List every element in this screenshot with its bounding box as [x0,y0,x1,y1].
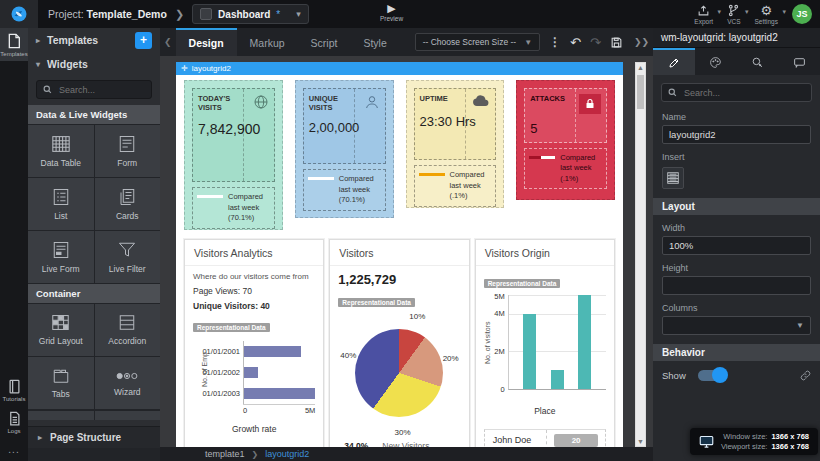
editor-center: ❮ Design Markup Script Style -- Choose S… [160,28,653,461]
columns-select[interactable]: ▼ [662,316,811,335]
user-icon [364,94,380,110]
panel-visitors-analytics[interactable]: Visitors Analytics Where do our visitors… [184,239,324,447]
current-page-name: Dashboard [218,9,270,20]
tab-style[interactable]: Style [350,28,399,56]
widget-tile-list[interactable]: List [28,178,94,230]
chevron-down-icon: ▾ [782,8,786,16]
widget-tile-grid-layout[interactable]: Grid Layout [28,304,94,356]
screen-size-dropdown[interactable]: -- Choose Screen Size -- ▼ [415,33,540,51]
rail-item-logs[interactable]: Logs [0,406,28,438]
widget-tile-partial[interactable] [28,411,94,420]
templates-page-icon [7,33,21,49]
pencil-icon [668,57,680,69]
settings-button[interactable]: ⚙ Settings ▾ [755,4,779,25]
tab-styles[interactable] [695,48,737,75]
tab-inspect[interactable] [737,48,779,75]
selected-widget-label: layoutgrid2 [192,64,231,73]
chevron-down-icon: ▾ [718,8,722,16]
breadcrumb: template1 ❯ layoutgrid2 [160,447,653,461]
collapse-right-icon[interactable]: ❯❯ [632,37,649,47]
bind-link-icon[interactable] [800,370,811,381]
origin-table-row[interactable]: John Doe 20 [484,429,606,447]
play-icon: ▶ [387,2,395,14]
widget-tile-tabs[interactable]: Tabs [28,357,94,409]
breadcrumb-widget[interactable]: layoutgrid2 [265,449,309,459]
scroll-down-icon[interactable]: ▼ [636,438,645,445]
breadcrumb-page[interactable]: template1 [205,449,245,459]
grid-layout-icon [51,314,70,331]
filter-funnel-icon [118,241,136,259]
show-property-row: Show [653,361,820,390]
scroll-up-icon[interactable]: ▲ [636,64,645,71]
widget-tiles-cut-row: ■■■■ [28,410,160,420]
unsaved-indicator: * [276,9,280,20]
stat-card-todays-visits[interactable]: TODAY'S VISITS 7,842,900 Compared last w… [184,80,283,230]
widget-tile-live-form[interactable]: Live Form [28,231,94,283]
scrollbar-thumb[interactable] [637,75,644,109]
property-search-input[interactable] [682,87,805,99]
widget-tile-cards[interactable]: Cards [95,178,161,230]
stat-card-uptime[interactable]: UPTIME 23:30 Hrs Compared last week (.1%… [406,80,505,208]
stat-card-attacks[interactable]: ATTACKS 5 Compared last week (.1%) [516,80,615,200]
canvas-scrollbar[interactable]: ▲ ▼ [635,62,646,447]
tab-properties[interactable] [653,48,695,75]
tab-markup[interactable]: Markup [237,28,298,56]
width-field[interactable] [662,236,811,255]
panel-visitors[interactable]: Visitors 1,225,729 Representational Data… [329,239,469,447]
add-template-button[interactable]: + [135,32,152,49]
tabs-icon [52,367,70,384]
show-toggle[interactable] [698,370,726,381]
user-avatar[interactable]: JS [792,4,812,24]
data-table-icon [51,135,71,153]
vcs-button[interactable]: VCS ▾ [727,4,740,25]
insert-row-button[interactable] [662,167,684,189]
widget-tile-form[interactable]: Form [95,125,161,177]
selected-widget-bar[interactable]: ✛ layoutgrid2 [176,62,623,75]
columns-label: Columns [662,303,811,313]
panel-title: Visitors [330,240,468,266]
redo-icon[interactable]: ↷ [590,35,601,50]
name-field[interactable] [662,125,811,144]
width-label: Width [662,223,811,233]
tab-comments[interactable] [778,48,820,75]
collapse-left-icon[interactable]: ❮ [160,37,176,47]
page-structure-section[interactable]: ▸ Page Structure [28,426,160,448]
export-button[interactable]: Export ▾ [694,4,713,25]
preview-button[interactable]: ▶ Preview [380,2,403,22]
page-selector-dropdown[interactable]: Dashboard * ▾ [192,4,309,24]
app-logo[interactable] [0,0,38,28]
panel-visitors-origin[interactable]: Visitors Origin Representational Data No… [475,239,615,447]
representational-data-badge: Representational Data [193,323,270,332]
move-handle-icon[interactable]: ✛ [181,64,188,73]
stat-card-unique-visits[interactable]: UNIQUE VISITS 2,00,000 Compared last wee… [295,80,394,218]
rail-item-tutorials[interactable]: Tutorials [0,374,28,406]
compare-bar [197,195,223,198]
left-icon-rail: Templates Tutorials Logs ... [0,28,28,461]
widget-tile-partial[interactable]: ■■■■ [95,411,161,420]
rail-item-templates[interactable]: Templates [0,28,28,61]
show-label: Show [662,370,686,381]
widgets-sidebar: ▸ Templates + ▾ Widgets Data & Live Widg… [28,28,160,461]
chat-bubble-icon [793,56,806,69]
save-icon[interactable] [610,36,623,49]
widget-tiles-data-live: Data Table Form List Cards Live Form Liv… [28,124,160,284]
tab-script[interactable]: Script [298,28,351,56]
tab-design[interactable]: Design [176,28,237,56]
templates-section-header[interactable]: ▸ Templates + [28,28,160,52]
bar-2002 [244,367,258,378]
height-field[interactable] [662,276,811,295]
widget-tile-accordion[interactable]: Accordion [95,304,161,356]
canvas-page[interactable]: ✛ layoutgrid2 TODAY'S VISITS [176,62,623,447]
widget-tile-wizard[interactable]: Wizard [95,357,161,409]
undo-icon[interactable]: ↶ [570,35,581,50]
widget-tile-data-table[interactable]: Data Table [28,125,94,177]
more-options-kebab-icon[interactable]: ⋮ [549,35,561,49]
rail-more-button[interactable]: ... [8,438,19,461]
chevron-right-icon: ▸ [36,36,40,45]
top-bar: Project: Template_Demo ❯ Dashboard * ▾ ▶… [0,0,820,28]
widget-search-input[interactable] [57,84,145,96]
caret-down-icon: ▼ [796,321,804,330]
widgets-section-header[interactable]: ▾ Widgets [28,52,160,76]
widget-tile-live-filter[interactable]: Live Filter [95,231,161,283]
count-badge: 20 [554,434,598,447]
